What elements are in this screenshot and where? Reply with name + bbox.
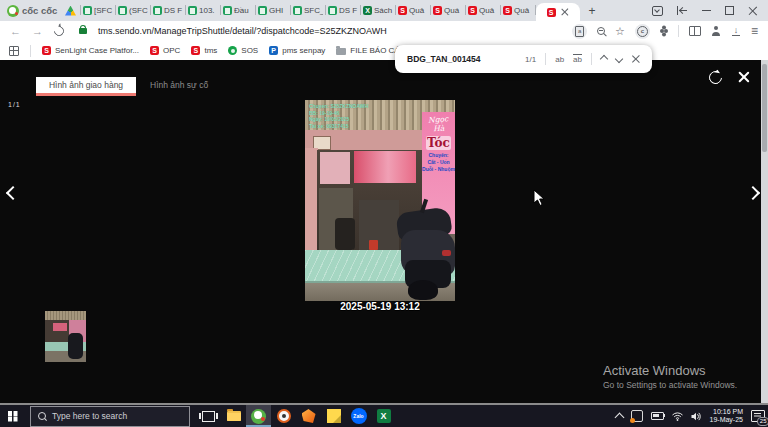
- delivery-photo[interactable]: Ngọc Hà Tóc Chuyên: Cắt - Uốn Duỗi - Nhu…: [305, 100, 455, 301]
- browser-tab[interactable]: Quả: [466, 0, 501, 21]
- thumb-roof: [45, 311, 86, 320]
- downloads-icon[interactable]: [731, 26, 741, 36]
- reading-mode-icon[interactable]: [572, 24, 587, 39]
- taskbar-clock[interactable]: 10:16 PM 19-May-25: [710, 408, 743, 425]
- browser-tab[interactable]: Quá: [431, 0, 466, 21]
- excel-icon: [377, 409, 391, 423]
- system-tray: 10:16 PM 19-May-25 25: [616, 405, 765, 427]
- tab-label: DS F: [164, 6, 183, 15]
- match-case-icon[interactable]: ab: [555, 55, 564, 64]
- close-window-icon[interactable]: [748, 6, 758, 16]
- photo-thumbnail[interactable]: [45, 311, 86, 362]
- browser-tab[interactable]: Sách: [361, 0, 396, 21]
- find-close-icon[interactable]: [631, 55, 640, 64]
- orange-ring-app-icon: [277, 409, 291, 423]
- tab-search-icon[interactable]: [652, 6, 663, 16]
- page-scrollbar-thumb[interactable]: [762, 64, 767, 152]
- zoom-out-icon[interactable]: [597, 27, 605, 35]
- browser-tab[interactable]: Quả: [501, 0, 536, 21]
- bookmark-star-icon[interactable]: ☆: [615, 26, 625, 37]
- new-tab-button[interactable]: +: [584, 3, 600, 19]
- volume-icon[interactable]: [691, 412, 702, 421]
- adblock-shield-icon[interactable]: [635, 24, 650, 39]
- bookmark-sos[interactable]: SOS: [228, 46, 258, 55]
- browser-tab[interactable]: DS F: [326, 0, 361, 21]
- extensions-icon[interactable]: [660, 29, 664, 33]
- browser-tab[interactable]: Quả: [396, 0, 431, 21]
- google-sheets-icon: [293, 6, 302, 15]
- session-restore-icon[interactable]: [677, 6, 688, 15]
- apps-grid-icon[interactable]: [9, 46, 19, 56]
- divider: [678, 25, 679, 37]
- bookmark-pms-senpay[interactable]: pms senpay: [269, 46, 325, 55]
- browser-tab[interactable]: (SFC: [116, 0, 151, 21]
- find-previous-icon[interactable]: [600, 55, 608, 63]
- sendo-icon: [503, 6, 512, 15]
- task-view-button[interactable]: [196, 405, 221, 427]
- browser-tab[interactable]: 103.: [186, 0, 221, 21]
- next-image-chevron[interactable]: [746, 186, 760, 200]
- search-icon: [38, 412, 46, 420]
- battery-icon[interactable]: [651, 412, 664, 420]
- bookmark-opc[interactable]: OPC: [150, 46, 180, 55]
- maximize-icon[interactable]: [725, 6, 734, 15]
- window-controls: [652, 6, 768, 16]
- search-placeholder: Type here to search: [52, 411, 127, 421]
- tray-expand-chevron-icon[interactable]: [614, 413, 624, 423]
- start-button[interactable]: [0, 405, 30, 427]
- watermark-line: Tài xế: 09317415: [309, 123, 368, 130]
- whole-word-icon[interactable]: ab: [573, 54, 582, 64]
- previous-image-chevron[interactable]: [6, 186, 20, 200]
- coccoc-logo-icon: [7, 5, 19, 17]
- tab-close-icon[interactable]: [561, 8, 569, 16]
- browser-tab-active[interactable]: [536, 3, 580, 21]
- tab-label: Quả: [514, 6, 533, 15]
- file-explorer-button[interactable]: [221, 405, 246, 427]
- url-text[interactable]: tms.sendo.vn/ManageTripShuttle/detail/?d…: [98, 26, 387, 36]
- tab-incident-images[interactable]: Hình ảnh sự cố: [150, 80, 208, 90]
- taskbar-search-input[interactable]: Type here to search: [30, 406, 190, 427]
- bookmark-tms[interactable]: tms: [191, 46, 217, 55]
- action-center-button[interactable]: 25: [751, 410, 765, 423]
- split-view-icon[interactable]: [689, 26, 701, 36]
- app-orange-ring-button[interactable]: [271, 405, 296, 427]
- wifi-icon[interactable]: [672, 412, 683, 421]
- windows-logo-icon: [8, 411, 13, 416]
- minimize-icon[interactable]: [702, 10, 711, 12]
- app-orange-button[interactable]: [296, 405, 321, 427]
- browser-tab[interactable]: GHI: [256, 0, 291, 21]
- modal-close-icon[interactable]: [738, 71, 750, 83]
- image-counter: 1/1: [8, 101, 21, 108]
- find-query-input[interactable]: BDG_TAN_001454: [407, 54, 481, 64]
- zalo-button[interactable]: Zalo: [346, 405, 371, 427]
- sticky-notes-icon: [327, 409, 341, 423]
- rotate-icon[interactable]: [706, 68, 724, 86]
- browser-tab-drive[interactable]: [63, 0, 81, 21]
- secure-lock-icon[interactable]: [79, 28, 87, 34]
- tray-app-notification-icon[interactable]: [631, 410, 643, 422]
- reload-icon[interactable]: [52, 24, 66, 38]
- browser-tab[interactable]: Đầu: [221, 0, 256, 21]
- find-in-page-bar: BDG_TAN_001454 1/1 ab ab: [395, 45, 652, 73]
- sendo-icon: [433, 6, 442, 15]
- coccoc-brand[interactable]: cốc cốc: [7, 5, 63, 17]
- tab-delivery-images[interactable]: Hình ảnh giao hàng: [36, 77, 136, 93]
- browser-menu-icon[interactable]: ≡: [751, 25, 758, 37]
- bookmark-senlight[interactable]: SenLight Case Platfor...: [42, 46, 139, 55]
- bookmark-label: SOS: [241, 46, 258, 55]
- sticky-notes-button[interactable]: [321, 405, 346, 427]
- excel-button[interactable]: [371, 405, 396, 427]
- photo-counter: [359, 200, 399, 250]
- google-sheets-icon: [223, 6, 232, 15]
- thumb-poster: [53, 323, 67, 331]
- bookmark-label: SenLight Case Platfor...: [55, 46, 139, 55]
- browser-tab[interactable]: SFC_: [291, 0, 326, 21]
- coccoc-browser-button[interactable]: [246, 405, 271, 427]
- browser-tab[interactable]: DS F: [151, 0, 186, 21]
- profile-icon[interactable]: [711, 26, 721, 36]
- forward-icon[interactable]: →: [32, 26, 43, 37]
- find-next-icon[interactable]: [615, 55, 623, 63]
- browser-tab[interactable]: [SFC: [81, 0, 116, 21]
- back-icon[interactable]: ←: [10, 26, 21, 37]
- watermark-line: Chuyến: S25ZKZNOAWH: [309, 103, 368, 110]
